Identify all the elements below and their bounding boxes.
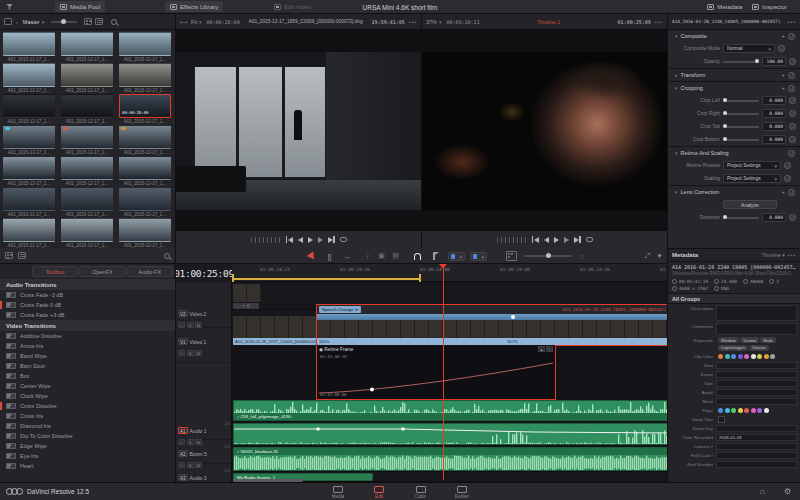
skip-forward-button[interactable] bbox=[574, 236, 581, 243]
flag-button[interactable] bbox=[428, 251, 439, 261]
media-pool-clip[interactable]: A01_2015-12-17_1... bbox=[61, 63, 115, 93]
metadata-scope-dropdown[interactable]: Timeline ▾ bbox=[762, 252, 785, 258]
composite-mode-dropdown[interactable]: Normal▾ bbox=[723, 44, 775, 53]
crop-value[interactable]: 0.000 bbox=[762, 96, 786, 105]
timeline-name-dropdown[interactable]: Timeline 1 bbox=[480, 19, 618, 25]
a2-clip[interactable] bbox=[233, 423, 668, 445]
video-transition-item[interactable]: Heart bbox=[0, 461, 175, 471]
trim-edit-tool[interactable]: ][ bbox=[324, 251, 335, 261]
field-input[interactable] bbox=[716, 371, 797, 378]
composite-reset-icon[interactable]: ↺ bbox=[788, 33, 795, 40]
field-input[interactable] bbox=[716, 305, 797, 321]
page-button[interactable]: Media bbox=[320, 483, 356, 500]
field-input[interactable] bbox=[716, 443, 797, 450]
overwrite-clip-button[interactable]: ▤ bbox=[390, 251, 401, 261]
playhead-line[interactable] bbox=[443, 264, 444, 480]
crop-slider[interactable] bbox=[723, 126, 759, 128]
analyze-button[interactable]: Analyze bbox=[723, 200, 777, 209]
clip-color-color-dot[interactable] bbox=[718, 354, 723, 359]
keyword-chip[interactable]: Drama bbox=[740, 337, 759, 343]
step-back-button[interactable] bbox=[298, 237, 303, 243]
video-transition-item[interactable]: Eye Iris bbox=[0, 451, 175, 461]
marker-color-dropdown[interactable]: ▾ bbox=[470, 252, 487, 261]
video-transition-item[interactable]: Diamond Iris bbox=[0, 421, 175, 431]
track-mute-icon[interactable]: M bbox=[195, 350, 202, 356]
crop-slider[interactable] bbox=[723, 139, 759, 141]
out-point-marker[interactable] bbox=[419, 274, 421, 282]
effects-search-icon[interactable] bbox=[164, 253, 170, 259]
track-badge[interactable]: V2 bbox=[178, 310, 188, 317]
field-input[interactable] bbox=[716, 323, 797, 335]
play-button[interactable] bbox=[308, 237, 313, 243]
loop-button[interactable] bbox=[340, 237, 347, 242]
timeline-extra-icon[interactable]: ⤢ bbox=[642, 251, 653, 261]
crop-reset-icon[interactable]: ↺ bbox=[789, 123, 796, 130]
distortion-reset-icon[interactable]: ↺ bbox=[789, 214, 796, 221]
flags-color-dot[interactable] bbox=[725, 408, 730, 413]
track-badge[interactable]: A1 bbox=[178, 427, 188, 434]
crop-reset-icon[interactable]: ↺ bbox=[789, 110, 796, 117]
clip-color-color-dot[interactable] bbox=[744, 354, 749, 359]
media-pool-clip[interactable]: 00:00:28:00 A01_2015-12-17_1... bbox=[119, 94, 173, 124]
media-pool-clip[interactable]: A01_2015-12-17_1... bbox=[3, 156, 57, 186]
page-button[interactable]: Edit bbox=[361, 483, 397, 500]
retime-dropdown[interactable]: Project Settings▾ bbox=[723, 161, 781, 170]
video-transition-item[interactable]: Edge Wipe bbox=[0, 441, 175, 451]
media-pool-clip[interactable]: A01_2015-12-17_1... bbox=[61, 32, 115, 62]
field-input[interactable] bbox=[716, 389, 797, 396]
list-view-icon[interactable] bbox=[95, 18, 103, 25]
source-options-icon[interactable]: ••• bbox=[409, 19, 417, 25]
bin-selector[interactable]: Master bbox=[23, 19, 40, 25]
retime-row-reset-icon[interactable]: ↺ bbox=[784, 175, 791, 182]
skip-back-button[interactable] bbox=[286, 236, 293, 243]
crop-slider[interactable] bbox=[723, 113, 759, 115]
media-pool-clip[interactable]: A01_2015-12-17_1... bbox=[61, 125, 115, 155]
effects-library-button[interactable]: Effects Library bbox=[165, 1, 223, 12]
tab-openfx[interactable]: OpenFX bbox=[79, 266, 125, 277]
retime-curve[interactable] bbox=[317, 355, 555, 399]
video-transition-item[interactable]: Barn Door bbox=[0, 361, 175, 371]
step-forward-button[interactable] bbox=[318, 237, 323, 243]
page-button[interactable]: Deliver bbox=[444, 483, 480, 500]
cropping-keyframe-icon[interactable]: + bbox=[781, 85, 785, 91]
track-badge[interactable]: A3 bbox=[178, 474, 188, 481]
field-input[interactable] bbox=[716, 461, 797, 468]
transform-reset-icon[interactable]: ↺ bbox=[788, 72, 795, 79]
snapping-toggle[interactable] bbox=[412, 251, 423, 261]
keyword-chip[interactable]: Window bbox=[718, 337, 739, 343]
track-header[interactable]: A2Boom 52.0 ⚿ S M bbox=[176, 440, 232, 464]
flags-color-dot[interactable] bbox=[731, 408, 736, 413]
field-input[interactable] bbox=[716, 452, 797, 459]
distortion-value[interactable]: 0.000 bbox=[762, 213, 786, 222]
field-input[interactable] bbox=[716, 362, 797, 369]
keyword-chip[interactable]: Birds bbox=[760, 337, 776, 343]
grid-view-icon[interactable] bbox=[84, 18, 92, 25]
inspector-options-icon[interactable]: ••• bbox=[788, 19, 796, 25]
project-manager-icon[interactable]: ⌂ bbox=[760, 487, 765, 496]
field-input[interactable] bbox=[716, 380, 797, 387]
media-pool-button[interactable]: Media Pool bbox=[55, 1, 105, 12]
filter-icon[interactable] bbox=[6, 4, 13, 10]
media-pool-clip[interactable]: A01_2015-12-17_1... bbox=[61, 187, 115, 217]
source-viewer[interactable] bbox=[176, 30, 422, 230]
metadata-options-icon[interactable]: ••• bbox=[788, 252, 796, 258]
distortion-slider[interactable] bbox=[723, 217, 759, 219]
video-transition-item[interactable]: Band Wipe bbox=[0, 351, 175, 361]
metadata-button[interactable]: Metadata bbox=[702, 1, 747, 12]
composite-keyframe-icon[interactable]: + bbox=[781, 33, 785, 39]
lens-collapse-icon[interactable]: ▾ bbox=[675, 189, 678, 195]
crop-slider[interactable] bbox=[723, 100, 759, 102]
project-settings-gear-icon[interactable]: ⚙ bbox=[784, 487, 791, 496]
media-pool-clip[interactable]: A01_2015-12-17_1... bbox=[3, 32, 57, 62]
speed-change-chip[interactable]: Speech Change▾ bbox=[319, 306, 361, 313]
effects-list-icon[interactable] bbox=[18, 252, 26, 259]
timeline-view-options-icon[interactable] bbox=[506, 251, 517, 261]
v1-clip-selected[interactable]: Speech Change▾ A14_2016-01-28_2240_C0005… bbox=[317, 305, 668, 345]
clip-color-color-dot[interactable] bbox=[738, 354, 743, 359]
video-transition-item[interactable]: Arrow Iris bbox=[0, 341, 175, 351]
flag-color-dropdown[interactable]: ▾ bbox=[448, 252, 465, 261]
source-clip-name[interactable]: A01_2015-12-17_1959_C0009_[000000-000072… bbox=[240, 19, 372, 24]
media-pool-clip[interactable]: A01_2015-12-17_1... bbox=[3, 94, 57, 124]
clip-color-color-dot[interactable] bbox=[764, 354, 769, 359]
inspector-button[interactable]: Inspector bbox=[747, 1, 792, 12]
